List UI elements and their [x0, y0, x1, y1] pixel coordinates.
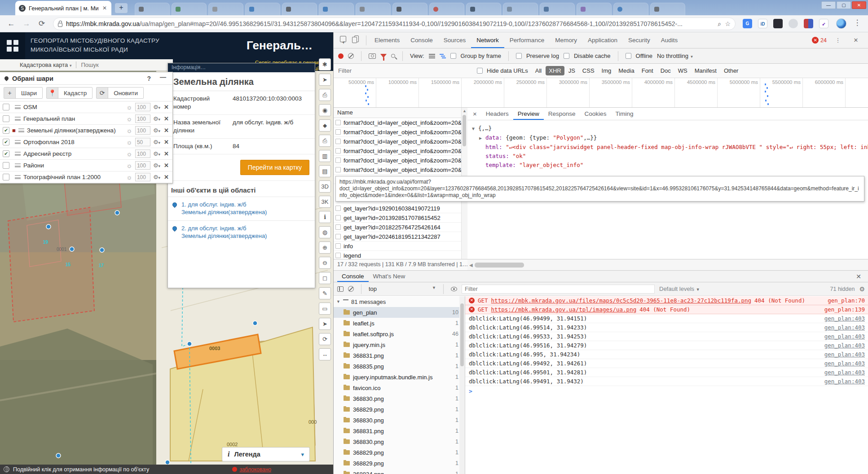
console-log-row[interactable]: dblclick:LatLng(46.99516, 31.94279) gen_… — [465, 341, 868, 350]
address-bar[interactable]: https://mbk.mkrada.gov.ua/ua/map/gen_pla… — [53, 18, 736, 30]
request-type-chip[interactable]: Media — [615, 66, 637, 75]
layer-checkbox[interactable] — [3, 104, 9, 110]
layer-row[interactable]: ✔ Ортофоплан 2018 ☼ ⚙▾ ✕ — [0, 136, 172, 148]
map-tool-button[interactable]: ◍ — [319, 226, 331, 238]
request-row[interactable]: get_layer?id=2018225764725426164 — [334, 223, 467, 232]
base-layer-dropdown[interactable]: Кадастрова карта ▾ — [18, 61, 76, 68]
preview-tab[interactable]: Headers — [481, 108, 513, 120]
devtools-close-icon[interactable]: ✕ — [849, 35, 863, 46]
request-checkbox[interactable] — [335, 167, 341, 172]
console-log-row[interactable]: dblclick:LatLng(46.99492, 31.94261) gen_… — [465, 359, 868, 368]
flag-extension-icon[interactable] — [804, 19, 813, 28]
layer-row[interactable]: ✔ ■ Земельні ділянки(затверджена) ☼ ⚙▾ ✕ — [0, 125, 172, 136]
request-checkbox[interactable] — [335, 120, 341, 125]
devtools-tab[interactable]: Application — [582, 32, 623, 48]
map-tool-button[interactable]: ➤ — [319, 74, 331, 86]
source-location-link[interactable]: gen_plan:403 — [824, 342, 865, 349]
map-tool-button[interactable]: ✱ — [319, 58, 331, 70]
remove-layer-icon[interactable]: ✕ — [163, 104, 170, 110]
view-list-icon[interactable] — [429, 54, 435, 58]
background-tab[interactable] — [429, 3, 464, 15]
live-expression-eye-icon[interactable] — [451, 287, 457, 291]
app-logo[interactable] — [0, 32, 25, 59]
request-row[interactable]: legend — [334, 251, 467, 259]
map-tool-button[interactable]: ▭ — [319, 303, 331, 315]
background-tab[interactable] — [245, 3, 280, 15]
throttling-dropdown[interactable]: No throttling ▼ — [657, 53, 694, 59]
request-row[interactable]: format?doct_id=layer_object_info&zoom=20… — [334, 165, 467, 175]
devtools-tab[interactable]: Audits — [656, 32, 683, 48]
request-type-chip[interactable]: Font — [639, 66, 657, 75]
drag-handle-icon[interactable] — [15, 152, 21, 156]
remove-layer-icon[interactable]: ✕ — [163, 162, 170, 169]
horizontal-scrollbar[interactable]: ◀ — [467, 259, 868, 270]
forward-button[interactable]: → — [21, 18, 32, 30]
drag-handle-icon[interactable] — [15, 175, 21, 179]
map-tool-button[interactable]: ➤ — [319, 318, 331, 330]
remove-layer-icon[interactable]: ✕ — [163, 139, 170, 145]
console-source-item[interactable]: 368829.png 1 — [334, 404, 465, 415]
goto-card-button[interactable]: Перейти на картку — [240, 160, 309, 175]
request-checkbox[interactable] — [335, 139, 341, 144]
request-type-chip[interactable]: XHR — [546, 66, 564, 75]
background-tab[interactable] — [613, 3, 648, 15]
layers-panel-button[interactable]: 📍 Кадастр — [46, 87, 93, 99]
request-checkbox[interactable] — [335, 224, 341, 230]
console-source-item[interactable]: 368830.png 1 — [334, 415, 465, 426]
devtools-tab[interactable]: Network — [471, 32, 504, 48]
console-source-item[interactable]: 368834.png 1 — [334, 469, 465, 474]
request-type-chip[interactable]: Img — [599, 66, 615, 75]
console-log-row[interactable]: dblclick:LatLng(46.995, 31.94234) gen_pl… — [465, 350, 868, 359]
console-messages-summary[interactable]: ▼ 81 messages — [334, 296, 465, 307]
background-tab[interactable] — [503, 3, 538, 15]
preview-tab[interactable]: Preview — [513, 108, 544, 120]
translate-extension-icon[interactable]: G — [743, 19, 752, 28]
console-error-row[interactable]: ✕ GET https://mbk.mkrada.gov.ua/tpl/imag… — [465, 305, 868, 314]
source-location-link[interactable]: gen_plan:403 — [824, 315, 865, 322]
layer-checkbox[interactable]: ✔ — [3, 150, 9, 157]
console-log-row[interactable]: dblclick:LatLng(46.99491, 31.9432) gen_p… — [465, 377, 868, 386]
screenshot-capture-icon[interactable] — [369, 53, 376, 59]
request-checkbox[interactable] — [335, 206, 341, 211]
error-url-link[interactable]: https://mbk.mkrada.gov.ua/files/maps/0c5… — [491, 297, 751, 304]
error-count[interactable]: 24 — [820, 37, 827, 44]
console-source-item[interactable]: leaflet.js 1 — [334, 318, 465, 329]
console-close-icon[interactable]: ✕ — [852, 273, 865, 280]
legend-button[interactable]: і Легенда ▾ — [222, 447, 310, 461]
devtools-tab[interactable]: Console — [405, 32, 438, 48]
request-type-chip[interactable]: CSS — [579, 66, 598, 75]
layer-settings-button[interactable]: ⚙▾ — [153, 162, 160, 169]
layer-checkbox[interactable] — [3, 174, 9, 180]
blocked-badge[interactable]: заблоковано — [232, 466, 271, 473]
opacity-input[interactable] — [135, 126, 150, 135]
drag-handle-icon[interactable] — [15, 105, 21, 109]
console-source-item[interactable]: 368831.png 1 — [334, 350, 465, 361]
map-tool-button[interactable]: 3K — [319, 196, 331, 208]
layer-settings-button[interactable]: ⚙▾ — [153, 127, 160, 134]
request-checkbox[interactable] — [335, 148, 341, 154]
window-minimize-button[interactable]: — — [821, 1, 836, 9]
request-row[interactable]: info — [334, 241, 467, 251]
source-location-link[interactable]: gen_plan:403 — [824, 351, 865, 358]
console-tab[interactable]: What's New — [369, 271, 410, 282]
close-icon[interactable]: × — [469, 110, 480, 118]
background-tab[interactable] — [650, 3, 685, 15]
request-type-chip[interactable]: Manifest — [692, 66, 720, 75]
devtools-tab[interactable]: Performance — [504, 32, 550, 48]
opacity-input[interactable] — [135, 103, 150, 111]
scroll-left-icon[interactable]: ◀ — [467, 263, 475, 268]
map-tool-button[interactable]: 3D — [319, 180, 331, 193]
request-checkbox[interactable] — [335, 243, 341, 249]
request-row[interactable]: get_layer?id=1929016038419072119 — [334, 204, 467, 213]
penguin-extension-icon[interactable] — [773, 19, 783, 28]
preview-tab[interactable]: Timing — [611, 108, 638, 120]
background-tab[interactable] — [577, 3, 612, 15]
drag-handle-icon[interactable] — [15, 117, 21, 121]
source-location-link[interactable]: gen_plan:139 — [824, 306, 865, 313]
profile-avatar[interactable] — [836, 18, 846, 29]
source-location-link[interactable]: gen_plan:403 — [824, 333, 865, 340]
view-waterfall-icon[interactable] — [440, 53, 446, 59]
background-tab[interactable] — [356, 3, 391, 15]
opacity-input[interactable] — [135, 161, 150, 170]
request-list-header[interactable]: Name — [334, 108, 467, 118]
